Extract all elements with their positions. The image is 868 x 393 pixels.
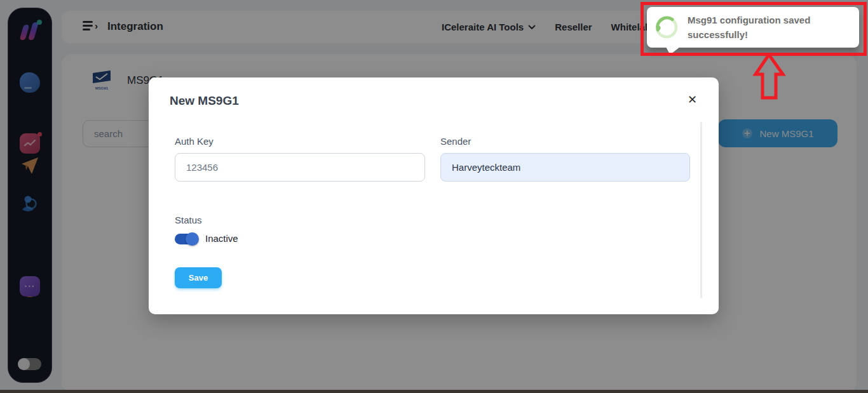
sender-input[interactable] — [440, 153, 690, 182]
modal-scrollbar[interactable] — [700, 122, 702, 298]
modal-title: New MS9G1 — [170, 94, 239, 108]
status-value: Inactive — [205, 233, 238, 244]
new-ms9g1-modal: New MS9G1 ✕ Auth Key Sender Status Inact… — [149, 77, 719, 314]
save-button[interactable]: Save — [175, 267, 222, 288]
close-icon[interactable]: ✕ — [688, 94, 697, 105]
auth-key-label: Auth Key — [175, 136, 214, 147]
toggle-knob — [186, 232, 199, 246]
toast-message: Msg91 configuration saved successfully! — [688, 13, 840, 43]
sender-label: Sender — [440, 136, 471, 147]
status-label: Status — [175, 215, 202, 225]
spinner-icon — [653, 14, 680, 41]
status-toggle[interactable] — [175, 233, 199, 245]
success-toast[interactable]: Msg91 configuration saved successfully! — [647, 7, 859, 48]
bottom-edge-strip — [0, 390, 868, 393]
auth-key-input[interactable] — [175, 153, 425, 182]
